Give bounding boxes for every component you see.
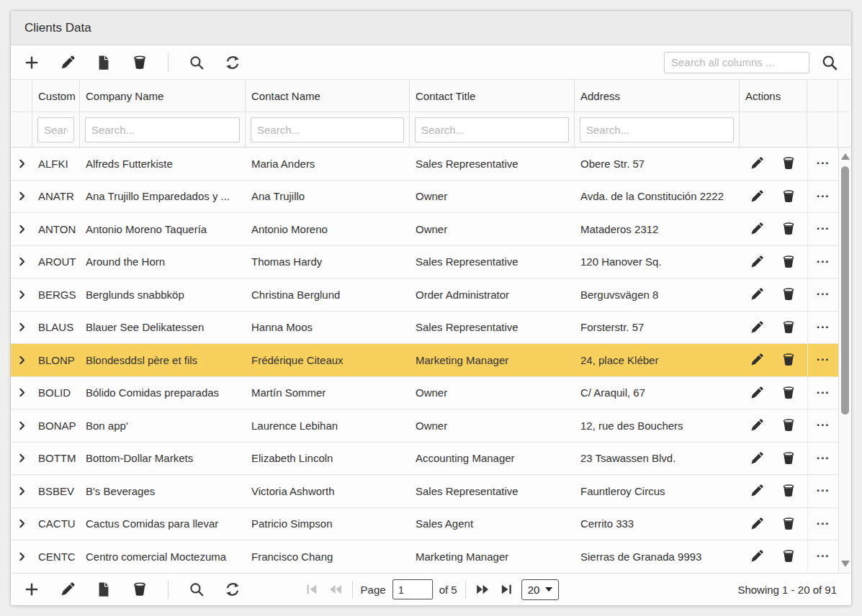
delete-row-button[interactable]	[781, 484, 796, 498]
more-actions-button[interactable]: ...	[807, 344, 838, 376]
edit-row-button[interactable]	[750, 189, 764, 204]
first-page-button[interactable]	[303, 581, 320, 598]
more-actions-button[interactable]: ...	[807, 278, 838, 311]
filter-contact-input[interactable]	[251, 117, 404, 142]
more-actions-button[interactable]: ...	[807, 148, 838, 180]
refresh-button[interactable]	[223, 580, 242, 599]
edit-row-button[interactable]	[750, 255, 764, 269]
scroll-down-icon[interactable]	[841, 561, 850, 567]
expand-row-icon[interactable]	[17, 420, 27, 431]
table-row[interactable]: AROUT Around the Horn Thomas Hardy Sales…	[11, 246, 838, 279]
edit-row-button[interactable]	[750, 320, 764, 335]
refresh-button[interactable]	[223, 53, 242, 72]
table-row[interactable]: BERGS Berglunds snabbköp Christina Bergl…	[11, 278, 838, 312]
more-actions-button[interactable]: ...	[807, 312, 838, 344]
table-row[interactable]: BOLID Bólido Comidas preparadas Martín S…	[11, 377, 838, 410]
table-row[interactable]: BLAUS Blauer See Delikatessen Hanna Moos…	[11, 312, 838, 345]
more-actions-button[interactable]: ...	[807, 377, 838, 409]
edit-row-button[interactable]	[750, 484, 764, 498]
add-button[interactable]	[22, 580, 41, 599]
expand-row-icon[interactable]	[17, 551, 27, 562]
header-address[interactable]: Address	[575, 80, 740, 112]
edit-row-button[interactable]	[750, 418, 764, 432]
delete-row-button[interactable]	[781, 156, 796, 171]
delete-row-button[interactable]	[781, 189, 796, 204]
next-page-button[interactable]	[474, 581, 491, 598]
delete-button[interactable]	[130, 53, 149, 72]
expand-row-icon[interactable]	[17, 453, 27, 463]
vertical-scrollbar[interactable]	[838, 148, 851, 573]
table-row[interactable]: ANTON Antonio Moreno Taquería Antonio Mo…	[11, 213, 838, 246]
expand-row-icon[interactable]	[17, 289, 27, 300]
expand-row-icon[interactable]	[17, 158, 27, 169]
header-customer-id[interactable]: Custom	[32, 80, 80, 112]
delete-row-button[interactable]	[781, 353, 796, 367]
expand-row-icon[interactable]	[17, 486, 27, 497]
table-row[interactable]: BONAP Bon app' Laurence Lebihan Owner 12…	[11, 409, 838, 443]
more-actions-button[interactable]: ...	[807, 181, 838, 213]
expand-row-icon[interactable]	[17, 387, 27, 398]
more-actions-button[interactable]: ...	[807, 409, 838, 442]
search-toggle-button[interactable]	[187, 53, 206, 72]
last-page-button[interactable]	[498, 581, 515, 598]
header-company-name[interactable]: Company Name	[80, 80, 246, 112]
filter-contact-title-input[interactable]	[415, 117, 569, 142]
table-row[interactable]: CENTC Centro comercial Moctezuma Francis…	[11, 540, 838, 573]
global-search-button[interactable]	[820, 53, 840, 73]
table-row[interactable]: BLONP Blondesddsl père et fils Frédériqu…	[11, 344, 838, 377]
table-row[interactable]: ALFKI Alfreds Futterkiste Maria Anders S…	[11, 148, 838, 181]
header-contact-title[interactable]: Contact Title	[410, 80, 575, 112]
prev-page-button[interactable]	[327, 581, 344, 598]
expand-row-icon[interactable]	[17, 322, 27, 332]
delete-row-button[interactable]	[781, 287, 796, 302]
delete-row-button[interactable]	[781, 255, 796, 269]
delete-row-button[interactable]	[781, 549, 796, 563]
table-row[interactable]: ANATR Ana Trujillo Emparedados y ... Ana…	[11, 181, 838, 214]
scroll-up-icon[interactable]	[841, 153, 850, 160]
edit-row-button[interactable]	[750, 549, 764, 563]
edit-row-button[interactable]	[750, 287, 764, 302]
edit-row-button[interactable]	[750, 222, 764, 236]
scrollbar-thumb[interactable]	[841, 166, 849, 415]
expand-row-icon[interactable]	[17, 256, 27, 267]
delete-row-button[interactable]	[781, 386, 796, 400]
table-row[interactable]: BSBEV B's Beverages Victoria Ashworth Sa…	[11, 475, 838, 508]
edit-button[interactable]	[58, 580, 77, 599]
delete-row-button[interactable]	[781, 451, 796, 466]
search-toggle-button[interactable]	[187, 580, 206, 599]
expand-row-icon[interactable]	[17, 224, 27, 235]
edit-button[interactable]	[58, 53, 77, 72]
edit-row-button[interactable]	[750, 156, 764, 171]
copy-button[interactable]	[94, 580, 113, 599]
delete-row-button[interactable]	[781, 418, 796, 432]
more-actions-button[interactable]: ...	[807, 443, 838, 475]
more-actions-button[interactable]: ...	[807, 213, 838, 245]
delete-row-button[interactable]	[781, 320, 796, 335]
table-row[interactable]: BOTTM Bottom-Dollar Markets Elizabeth Li…	[11, 443, 838, 476]
customer-id-cell: BLAUS	[32, 312, 80, 344]
add-button[interactable]	[22, 53, 41, 72]
expand-row-icon[interactable]	[17, 191, 27, 201]
filter-customer-id-input[interactable]	[37, 117, 74, 142]
delete-button[interactable]	[130, 580, 149, 599]
expand-row-icon[interactable]	[17, 355, 27, 366]
global-search-input[interactable]	[664, 52, 809, 73]
header-contact-name[interactable]: Contact Name	[246, 80, 410, 112]
expand-row-icon[interactable]	[17, 518, 27, 529]
filter-address-input[interactable]	[580, 117, 734, 142]
edit-row-button[interactable]	[750, 353, 764, 367]
filter-company-input[interactable]	[85, 117, 240, 142]
edit-row-button[interactable]	[750, 386, 764, 400]
page-size-select[interactable]: 20	[521, 579, 560, 600]
page-number-input[interactable]	[392, 579, 433, 599]
more-actions-button[interactable]: ...	[807, 540, 838, 573]
more-actions-button[interactable]: ...	[807, 246, 838, 278]
edit-row-button[interactable]	[750, 451, 764, 466]
edit-row-button[interactable]	[750, 517, 764, 531]
more-actions-button[interactable]: ...	[807, 508, 838, 540]
more-actions-button[interactable]: ...	[807, 475, 838, 507]
table-row[interactable]: CACTU Cactus Comidas para llevar Patrici…	[11, 508, 838, 541]
delete-row-button[interactable]	[781, 517, 796, 531]
delete-row-button[interactable]	[781, 222, 796, 236]
copy-button[interactable]	[94, 53, 113, 72]
